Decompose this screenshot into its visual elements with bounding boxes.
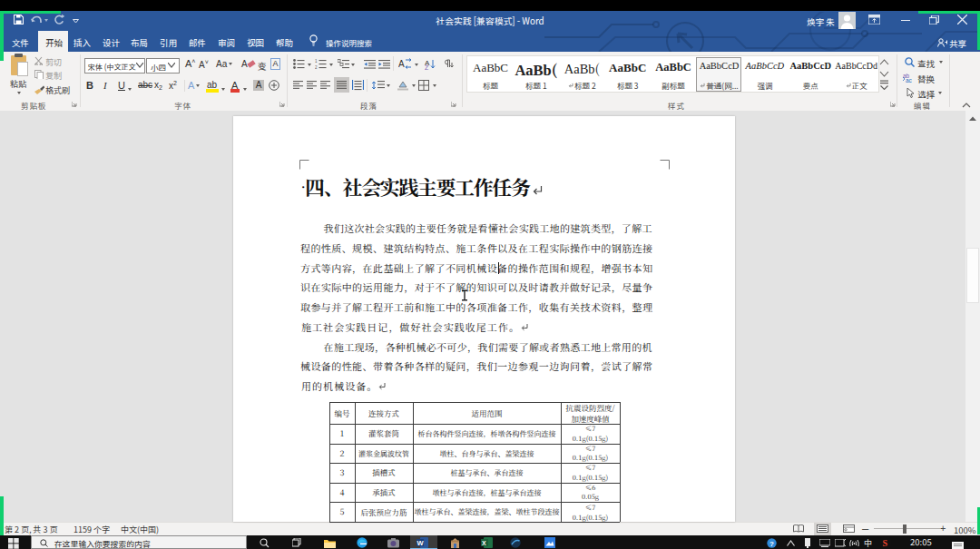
svg-text:W: W xyxy=(417,539,425,547)
svg-text:ac: ac xyxy=(906,77,913,83)
svg-text:1: 1 xyxy=(315,59,318,64)
svg-text:S: S xyxy=(883,538,888,548)
svg-text:X: X xyxy=(482,540,486,546)
svg-text:A: A xyxy=(398,59,405,69)
svg-text:Z: Z xyxy=(425,64,429,70)
svg-text:?: ? xyxy=(769,540,774,548)
svg-text:2: 2 xyxy=(315,65,318,69)
